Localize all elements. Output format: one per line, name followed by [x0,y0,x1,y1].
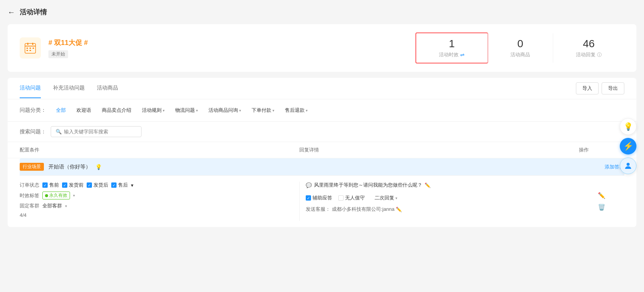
section-row: 行业场景 开始语（你好等） 💡 添加答案 [20,158,624,175]
checkbox-checked-icon [62,182,67,188]
order-status-row: 订单状态 售前 发货前 发货后 [20,182,293,188]
tag-after-ship: 发货后 [87,182,108,188]
col-config: 配置条件 [20,147,299,153]
tab-supplement-question[interactable]: 补充活动问题 [53,79,85,98]
bulb-icon: 💡 [95,164,102,170]
search-input[interactable] [64,129,137,134]
back-button[interactable]: ← [8,8,15,17]
filter-aftersale[interactable]: 售后退款 ▾ [281,105,311,115]
question-row: 订单状态 售前 发货前 发货后 [20,175,624,227]
question-left: 订单状态 售前 发货前 发货后 [20,182,299,221]
group-value: 全部客群 [42,202,62,209]
float-hint-button[interactable]: 💡 [620,118,636,135]
checkbox-checked-icon [111,182,117,188]
svg-rect-8 [30,50,31,51]
tag-before-ship: 发货前 [62,182,84,188]
tabs-actions: 导入 导出 [576,78,624,99]
export-button[interactable]: 导出 [602,82,624,94]
stat-shangpin: 0 活动商品 [487,33,553,63]
reply-text-content: 风里雨里终于等到您～请问我能为您做些什么呢？ [314,182,422,188]
import-button[interactable]: 导入 [576,82,599,94]
delete-action-icon[interactable]: 🗑️ [598,204,605,211]
search-input-wrapper[interactable]: 🔍 [51,126,142,137]
dot-icon [45,194,48,197]
tag-before-sale: 售前 [42,182,59,188]
stats-area: 1 活动时效 ⇌ 0 活动商品 46 活动回复 ⓘ [416,33,624,63]
search-area: 搜索问题： 🔍 [8,122,636,142]
checkbox-checked-assist [306,195,311,201]
stat-label-shangpin: 活动商品 [510,51,530,58]
checkbox-checked-icon [42,182,48,188]
group-label: 固定客群 [20,202,39,209]
search-label: 搜索问题： [20,128,46,135]
stat-huifu: 46 活动回复 ⓘ [553,33,624,63]
chevron-down-icon: ▾ [239,108,241,113]
info-icon[interactable]: ⓘ [597,52,602,58]
activity-info: # 双11大促 # 未开始 [48,38,416,58]
count-text: 4/4 [20,212,26,218]
edit-action-icon[interactable]: ✏️ [598,192,605,199]
filter-payment[interactable]: 下单付款 ▾ [248,105,278,115]
chevron-down-icon: ▾ [196,108,198,113]
main-card: 活动问题 补充活动问题 活动商品 导入 导出 问题分类： 全部 欢迎语 商品卖点… [8,78,636,227]
stat-number-huifu: 46 [576,38,602,50]
unmanned-option[interactable]: 无人值守 [338,195,365,201]
more-dropdown[interactable]: ▾ [131,182,134,188]
order-status-label: 订单状态 [20,182,39,188]
tab-activity-product[interactable]: 活动商品 [97,79,118,98]
stat-label-huifu: 活动回复 ⓘ [576,51,602,58]
filter-area: 问题分类： 全部 欢迎语 商品卖点介绍 活动规则 ▾ 物流问题 ▾ 活动商品问询… [8,99,636,122]
second-reply-option[interactable]: 二次回复 ▾ [371,193,401,203]
col-action: 操作 [579,147,624,153]
question-actions: ✏️ 🗑️ [579,182,624,221]
stat-huixiao: 1 活动时效 ⇌ [415,32,488,63]
float-chat-button[interactable]: ⚡ [620,138,636,154]
svg-rect-1 [25,46,36,46]
chevron-down-icon[interactable]: ▾ [65,204,67,208]
chevron-down-icon: ▾ [272,108,274,113]
table-headers: 配置条件 回复详情 操作 [8,142,636,158]
svg-rect-4 [26,48,28,49]
time-label: 时效标签 [20,192,39,199]
chevron-down-icon: ▾ [395,196,397,200]
tab-activity-question[interactable]: 活动问题 [20,79,41,98]
edit-icon[interactable]: ✏️ [425,182,431,188]
float-user-button[interactable] [620,158,636,174]
filter-all[interactable]: 全部 [52,105,70,115]
refresh-icon[interactable]: ⇌ [460,52,465,58]
tabs-header: 活动问题 补充活动问题 活动商品 导入 导出 [8,78,636,99]
reply-text-row: 💬 风里雨里终于等到您～请问我能为您做些什么呢？ ✏️ [306,182,573,188]
filter-label: 问题分类： [20,107,46,114]
checkbox-empty-unmanned [338,195,344,201]
col-reply: 回复详情 [299,147,579,153]
filter-rules[interactable]: 活动规则 ▾ [138,105,168,115]
group-row: 固定客群 全部客群 ▾ [20,202,293,209]
filter-selling[interactable]: 商品卖点介绍 [98,105,135,115]
activity-name: # 双11大促 # [48,38,416,47]
reply-options: 辅助应答 无人值守 二次回复 ▾ [306,193,573,203]
checkbox-checked-icon [87,182,92,188]
summary-card: # 双11大促 # 未开始 1 活动时效 ⇌ 0 活动商品 46 [8,24,636,72]
activity-status: 未开始 [48,50,68,58]
svg-rect-2 [27,43,28,45]
filter-logistics[interactable]: 物流问题 ▾ [171,105,202,115]
filter-welcome[interactable]: 欢迎语 [73,105,95,115]
question-right: 💬 风里雨里终于等到您～请问我能为您做些什么呢？ ✏️ 辅助应答 无人值守 [299,182,579,221]
time-tag: 永久有效 [42,192,70,199]
count-row: 4/4 [20,212,293,218]
unmanned-label: 无人值守 [345,195,365,201]
assist-option[interactable]: 辅助应答 [306,195,332,201]
back-header: ← 活动详情 [8,8,636,17]
send-label: 发送客服： [306,206,330,213]
filter-inquiry[interactable]: 活动商品问询 ▾ [205,105,245,115]
activity-icon [20,37,41,59]
industry-badge: 行业场景 [20,163,44,171]
edit-send-icon[interactable]: ✏️ [396,207,402,212]
page-title: 活动详情 [20,8,47,17]
chevron-down-icon: ▾ [163,108,165,113]
send-service-row: 发送客服： 成都小多科技有限公司:janna ✏️ [306,206,573,213]
tag-after-sale: 售后 [111,182,128,188]
chevron-down-icon: ▾ [131,182,134,188]
chevron-down-icon[interactable]: ▾ [73,193,75,198]
time-tag-row: 时效标签 永久有效 ▾ [20,192,293,199]
